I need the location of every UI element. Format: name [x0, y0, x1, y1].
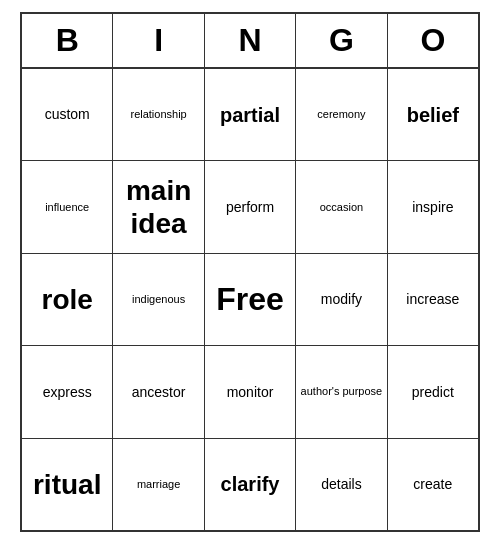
bingo-cell-3-0: express — [22, 346, 113, 437]
bingo-cell-0-1: relationship — [113, 69, 204, 160]
bingo-cell-4-2: clarify — [205, 439, 296, 530]
bingo-cell-3-1: ancestor — [113, 346, 204, 437]
bingo-cell-1-3: occasion — [296, 161, 387, 252]
bingo-cell-4-0: ritual — [22, 439, 113, 530]
header-letter-N: N — [205, 14, 296, 67]
bingo-row-1: influencemain ideaperformoccasioninspire — [22, 161, 478, 253]
bingo-cell-4-3: details — [296, 439, 387, 530]
bingo-cell-0-3: ceremony — [296, 69, 387, 160]
bingo-cell-0-2: partial — [205, 69, 296, 160]
header-letter-O: O — [388, 14, 478, 67]
bingo-cell-1-2: perform — [205, 161, 296, 252]
header-letter-G: G — [296, 14, 387, 67]
bingo-cell-2-0: role — [22, 254, 113, 345]
bingo-cell-4-1: marriage — [113, 439, 204, 530]
bingo-cell-0-4: belief — [388, 69, 478, 160]
bingo-body: customrelationshippartialceremonybeliefi… — [22, 69, 478, 530]
bingo-cell-2-4: increase — [388, 254, 478, 345]
bingo-cell-3-3: author's purpose — [296, 346, 387, 437]
bingo-cell-2-1: indigenous — [113, 254, 204, 345]
bingo-cell-0-0: custom — [22, 69, 113, 160]
bingo-header: BINGO — [22, 14, 478, 69]
bingo-card: BINGO customrelationshippartialceremonyb… — [20, 12, 480, 532]
bingo-row-0: customrelationshippartialceremonybelief — [22, 69, 478, 161]
bingo-row-3: expressancestormonitorauthor's purposepr… — [22, 346, 478, 438]
bingo-cell-2-3: modify — [296, 254, 387, 345]
bingo-cell-1-1: main idea — [113, 161, 204, 252]
bingo-cell-3-2: monitor — [205, 346, 296, 437]
bingo-cell-2-2: Free — [205, 254, 296, 345]
bingo-row-2: roleindigenousFreemodifyincrease — [22, 254, 478, 346]
bingo-cell-4-4: create — [388, 439, 478, 530]
header-letter-I: I — [113, 14, 204, 67]
bingo-cell-1-4: inspire — [388, 161, 478, 252]
header-letter-B: B — [22, 14, 113, 67]
bingo-cell-1-0: influence — [22, 161, 113, 252]
bingo-row-4: ritualmarriageclarifydetailscreate — [22, 439, 478, 530]
bingo-cell-3-4: predict — [388, 346, 478, 437]
